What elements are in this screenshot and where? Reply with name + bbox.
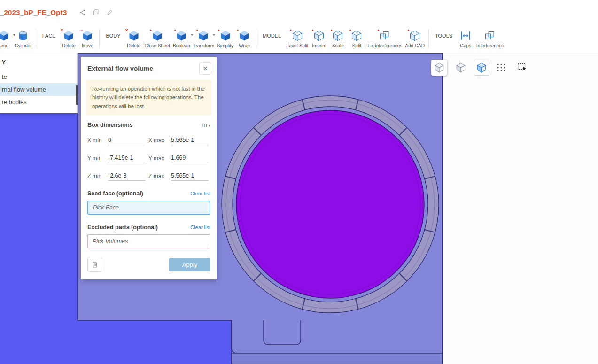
dots-grid-button[interactable] [495,62,507,74]
history-item-external-flow-volume[interactable]: rnal flow volume [0,83,77,96]
panel-resize-handle[interactable] [76,85,78,105]
toolbar-button-facet-split[interactable]: ● Facet Split [285,27,310,50]
history-item-delete-bodies[interactable]: te bodies [0,96,77,108]
toolbar-button-cylinder[interactable]: Cylinder [13,27,33,50]
toolbar-button-move-face[interactable]: → Move [78,27,97,50]
copy-icon[interactable] [93,9,100,16]
apply-button[interactable]: Apply [169,258,210,271]
toolbar-button-simplify[interactable]: ● Simplify [216,27,235,50]
selected-face-circle[interactable] [236,110,424,298]
toolbar-button-volume[interactable]: ▾ ume [0,27,13,50]
cube-transform-icon: ● ▾ [197,30,210,42]
toolbar-divider [36,29,36,48]
bottom-band-face[interactable] [232,353,443,364]
toolbar-button-split[interactable]: ● Split [347,27,366,50]
seed-face-clear-link[interactable]: Clear list [190,191,210,196]
trash-icon [91,259,99,270]
cube-wrap-icon: ● [238,30,250,42]
seed-face-label: Seed face (optional) [87,190,143,197]
cube-delete-icon: × [62,30,75,42]
edit-icon[interactable] [106,9,113,16]
z-max-label: Z max [148,173,170,179]
history-panel: Y te rnal flow volume te bodies [0,53,78,113]
x-min-input[interactable] [108,136,146,145]
excluded-parts-label: Excluded parts (optional) [87,224,158,231]
close-icon[interactable]: × [199,62,211,75]
project-title: _2023_bP_FE_Opt3 [0,8,67,16]
cube-close-sheet-icon: ● [151,30,163,42]
toolbar-button-boolean[interactable]: ● ▾ Boolean [171,27,192,50]
toolbar-button-transform[interactable]: ● ▾ Transform [192,27,216,50]
external-flow-volume-dialog: External flow volume × Re-running an ope… [81,57,217,279]
y-min-input[interactable] [108,154,146,163]
view-orientation-button[interactable] [454,61,468,75]
toolbar-group-label-tools: TOOLS [435,33,452,39]
z-min-input[interactable] [108,171,146,181]
toolbar-button-close-sheet[interactable]: ● Close Sheet [143,27,171,50]
cylinder-icon [17,30,29,42]
chevron-down-icon: ▾ [213,33,215,37]
toolbar-button-add-cad[interactable]: ● Add CAD [404,27,426,50]
cube-icon: ▾ [0,30,10,42]
cube-split-icon: ● [350,30,363,42]
cube-boolean-icon: ● ▾ [175,30,187,42]
cube-delete-icon: × [128,30,140,42]
toolbar-button-delete-face[interactable]: × Delete [59,27,78,50]
warning-message: Re-running an operation which is not las… [86,80,211,115]
chevron-down-icon: ▾ [191,33,193,37]
unit-value: m [202,122,207,128]
toolbar-button-fix-interferences[interactable]: ● Fix interferences [366,27,404,50]
cube-icon [455,62,466,73]
dialog-title: External flow volume [87,65,153,72]
toolbar-button-gaps[interactable]: Gaps [456,27,475,50]
select-volume-tool-button[interactable] [474,60,489,76]
history-panel-header: Y [0,53,77,70]
z-min-label: Z min [87,173,107,179]
toolbar-button-interferences[interactable]: Interferences [475,27,505,50]
box-select-icon [517,62,528,73]
box-dimensions-label: Box dimensions [87,122,133,128]
toolbar-button-imprint[interactable]: ● Imprint [310,27,328,50]
interferences-icon [484,30,496,42]
gaps-icon [459,30,472,42]
x-max-input[interactable] [171,136,209,145]
pick-face-input[interactable] [87,201,210,215]
history-item-create[interactable]: te [0,70,77,83]
x-min-label: X min [87,137,107,144]
toolbar-group-label-model: MODEL [263,33,281,39]
cube-fix-interferences-icon: ● [379,30,391,42]
y-max-input[interactable] [171,154,209,163]
toolbar-button-delete-body[interactable]: × Delete [124,27,143,50]
y-max-label: Y max [148,155,170,162]
dots-grid-icon [496,62,506,73]
toolbar-button-wrap[interactable]: ● Wrap [235,27,254,50]
share-icon[interactable] [79,9,86,16]
x-max-label: X max [148,137,170,144]
cube-move-icon: → [81,30,93,42]
unit-select[interactable]: m ▾ [202,122,210,128]
cube-scale-icon: ● [332,30,344,42]
toolbar-group-label-face: FACE [42,33,56,39]
cad-toolbar: ▾ ume Cylinder FACE × Delete [0,24,598,53]
cad-edit-window: Y te rnal flow volume te bodies External… [0,0,598,364]
chevron-down-icon: ▾ [209,124,210,128]
right-side-panel [443,53,598,364]
delete-operation-button[interactable] [87,257,102,272]
excluded-parts-clear-link[interactable]: Clear list [190,225,210,230]
box-select-button[interactable] [515,61,529,75]
cube-faded-icon [434,62,445,73]
toolbar-divider [428,29,429,48]
cube-facet-split-icon: ● [291,30,303,42]
cube-active-icon [476,62,487,73]
cube-simplify-icon: ● [219,30,232,42]
toolbar-divider [99,29,100,48]
title-bar: _2023_bP_FE_Opt3 [0,0,598,24]
z-max-input[interactable] [171,171,209,181]
view-cube-button[interactable] [431,60,447,76]
toolbar-group-label-body: BODY [106,33,120,39]
toolbar-divider [256,29,256,48]
y-min-label: Y min [87,155,107,162]
toolbar-button-scale[interactable]: ● Scale [328,27,347,50]
pick-volumes-input[interactable] [87,234,210,248]
cube-imprint-icon: ● [313,30,325,42]
